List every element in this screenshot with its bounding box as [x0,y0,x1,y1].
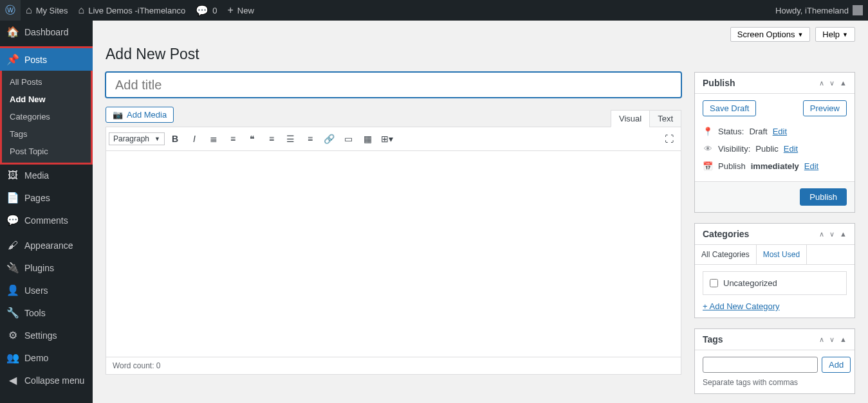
move-down-icon[interactable]: ∨ [829,336,835,344]
publish-box: Publish ∧∨▲ Save Draft Preview 📍Status: … [694,72,855,213]
add-new-category-link[interactable]: + Add New Category [703,301,780,311]
settings-icon: ⚙ [6,329,19,341]
media-icon: 🖼 [6,170,19,181]
my-sites-link[interactable]: ⌂My Sites [21,0,73,21]
readmore-button[interactable]: ▭ [340,130,358,148]
categories-heading: Categories [703,229,749,239]
home-icon: ⌂ [78,4,85,16]
move-up-icon[interactable]: ∧ [819,336,824,344]
post-title-input[interactable] [106,72,681,98]
move-down-icon[interactable]: ∨ [829,230,835,238]
media-label: Media [24,170,49,181]
toggle-icon[interactable]: ▲ [840,336,847,344]
categories-box: Categories ∧∨▲ All Categories Most Used … [694,223,855,318]
quote-button[interactable]: ❝ [243,130,261,148]
format-select[interactable]: Paragraph▼ [109,132,165,145]
account-link[interactable]: Howdy, iThemeland [770,0,868,21]
help-button[interactable]: Help▼ [815,27,855,42]
main-content: Screen Options▼ Help▼ Add New Post 📷Add … [93,21,868,403]
sidebar-item-posts[interactable]: 📌Posts [0,48,93,71]
comments-label: Comments [24,215,68,226]
screen-options-button[interactable]: Screen Options▼ [730,27,811,42]
comments-count: 0 [212,6,217,15]
sidebar-item-dashboard[interactable]: 🏠Dashboard [0,21,93,43]
tab-all-categories[interactable]: All Categories [695,245,757,264]
wp-logo[interactable]: ⓦ [0,0,21,21]
sidebar-item-demo[interactable]: 👥Demo [0,346,93,369]
numbered-list-button[interactable]: ≡ [224,130,242,148]
toolbar-toggle-button[interactable]: ▦ [359,130,377,148]
align-left-button[interactable]: ≡ [263,130,281,148]
category-item[interactable]: Uncategorized [710,278,840,288]
submenu-add-new[interactable]: Add New [2,91,91,108]
sites-icon: ⌂ [26,4,32,16]
posts-submenu: All Posts Add New Categories Tags Post T… [0,71,93,165]
site-name-label: Live Demos -iThemelanco [88,6,185,15]
my-sites-label: My Sites [36,6,68,15]
bullet-list-button[interactable]: ≣ [205,130,223,148]
move-up-icon[interactable]: ∧ [819,230,824,238]
sidebar-item-comments[interactable]: 💬Comments [0,209,93,231]
link-button[interactable]: 🔗 [320,130,338,148]
chevron-down-icon: ▼ [842,31,848,38]
pages-label: Pages [24,193,50,203]
brush-icon: 🖌 [6,240,19,251]
tag-input[interactable] [703,357,818,373]
fullscreen-button[interactable]: ⛶ [660,130,678,148]
sidebar-item-tools[interactable]: 🔧Tools [0,301,93,324]
comments-link[interactable]: 💬0 [190,0,222,21]
tab-text[interactable]: Text [649,110,681,127]
chevron-down-icon: ▼ [797,31,803,38]
toggle-icon[interactable]: ▲ [840,230,847,238]
submenu-categories[interactable]: Categories [2,108,91,125]
demo-label: Demo [24,353,48,363]
tab-visual[interactable]: Visual [611,110,650,127]
edit-visibility-link[interactable]: Edit [784,144,798,154]
edit-status-link[interactable]: Edit [773,127,787,136]
pin-icon: 📌 [6,53,19,66]
sidebar-item-settings[interactable]: ⚙Settings [0,324,93,346]
editor: Paragraph▼ B I ≣ ≡ ❝ ≡ ☰ ≡ 🔗 ▭ ▦ ⊞▾ ⛶ [106,127,681,375]
avatar [853,5,863,15]
tab-most-used[interactable]: Most Used [757,245,807,264]
dashboard-label: Dashboard [24,27,69,37]
save-draft-button[interactable]: Save Draft [703,100,756,116]
preview-button[interactable]: Preview [803,100,847,116]
key-icon: 📍 [703,127,713,136]
submenu-all-posts[interactable]: All Posts [2,73,91,91]
edit-schedule-link[interactable]: Edit [804,161,818,171]
editor-body[interactable] [106,151,681,357]
sidebar-item-users[interactable]: 👤Users [0,279,93,301]
comment-icon: 💬 [196,4,208,17]
site-link[interactable]: ⌂Live Demos -iThemelanco [73,0,191,21]
publish-button[interactable]: Publish [800,188,847,206]
toggle-icon[interactable]: ▲ [840,79,847,87]
sidebar-item-plugins[interactable]: 🔌Plugins [0,256,93,279]
align-right-button[interactable]: ≡ [301,130,319,148]
move-up-icon[interactable]: ∧ [819,79,824,87]
move-down-icon[interactable]: ∨ [829,79,835,87]
plugins-label: Plugins [24,263,54,273]
italic-button[interactable]: I [185,130,203,148]
plug-icon: 🔌 [6,262,19,274]
admin-sidebar: 🏠Dashboard 📌Posts All Posts Add New Cate… [0,21,93,403]
sidebar-item-media[interactable]: 🖼Media [0,165,93,186]
add-media-button[interactable]: 📷Add Media [106,107,174,123]
wrench-icon: 🔧 [6,307,19,319]
category-checkbox[interactable] [710,279,718,287]
user-icon: 👤 [6,284,19,296]
bold-button[interactable]: B [166,130,184,148]
new-link[interactable]: +New [222,0,259,21]
sidebar-item-appearance[interactable]: 🖌Appearance [0,235,93,256]
camera-icon: 📷 [113,110,123,120]
table-button[interactable]: ⊞▾ [378,130,396,148]
align-center-button[interactable]: ☰ [282,130,300,148]
collapse-menu[interactable]: ◀Collapse menu [0,369,93,391]
tag-note: Separate tags with commas [703,378,847,387]
submenu-post-topic[interactable]: Post Topic [2,143,91,160]
sidebar-item-pages[interactable]: 📄Pages [0,186,93,209]
submenu-tags[interactable]: Tags [2,125,91,143]
new-label: New [237,6,254,15]
editor-toolbar: Paragraph▼ B I ≣ ≡ ❝ ≡ ☰ ≡ 🔗 ▭ ▦ ⊞▾ ⛶ [106,127,681,151]
add-tag-button[interactable]: Add [822,357,851,373]
